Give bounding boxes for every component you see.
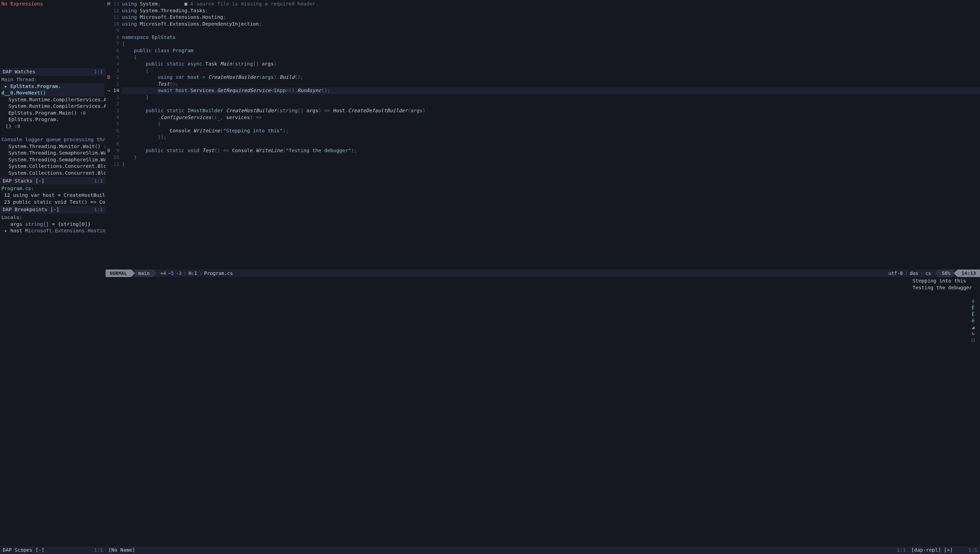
- separator-icon: [131, 270, 135, 277]
- dap-watches-pane[interactable]: No Expressions: [0, 0, 106, 68]
- code-line[interactable]: using System.Threading.Tasks;: [122, 8, 980, 14]
- stack-frame[interactable]: EplStats.Program.Main() :0: [2, 110, 104, 117]
- dap-scopes-pane[interactable]: Locals: args string[] = {string[0]} ▸ ho…: [0, 214, 106, 546]
- chevron-icon: ❭: [199, 270, 202, 277]
- scope-variable[interactable]: ▸ host Microsoft.Extensions.Hosting.Int: [2, 228, 104, 235]
- code-line[interactable]: using Microsoft.Extensions.DependencyInj…: [122, 21, 980, 28]
- fileformat: dos: [910, 270, 918, 277]
- sign: B: [106, 147, 112, 154]
- dap-stacks-titlebar: DAP Stacks [-] 1:1: [0, 177, 106, 185]
- line-number: 13: [112, 1, 119, 8]
- git-branch-segment: main: [135, 270, 153, 277]
- dap-stacks-title: DAP Stacks [-]: [3, 178, 44, 185]
- breakpoint-item[interactable]: 23 public static void Test() => Console: [2, 199, 104, 206]
- separator-icon: [153, 270, 157, 277]
- stack-frame[interactable]: System.Collections.Concurrent.BlockingC: [2, 170, 104, 177]
- code-line[interactable]: {: [122, 67, 980, 74]
- sign: [106, 141, 112, 148]
- code-line[interactable]: [122, 101, 980, 107]
- bottom-right-splits: ♀ Ë Ë ë ◢ ↻ ▢ Stepping into thisTesting …: [106, 277, 980, 546]
- noname-title: [No Name]: [108, 547, 135, 554]
- line-number: 11: [112, 161, 119, 168]
- code-line[interactable]: }: [122, 161, 980, 168]
- dap-breakpoints-pane[interactable]: Program.cs:12 using var host = CreateHos…: [0, 185, 106, 206]
- line-number: 9: [112, 147, 119, 154]
- dap-stacks-pane[interactable]: Main Thread: ▸ EplStats.Program.d__0.Mov…: [0, 76, 106, 177]
- breakpoint-file[interactable]: Program.cs:: [2, 185, 104, 192]
- empty-buffer[interactable]: ♀ Ë Ë ë ◢ ↻ ▢: [106, 277, 908, 546]
- code-line[interactable]: }: [122, 94, 980, 101]
- stack-frame[interactable]: System.Runtime.CompilerServices.AsyncMe: [2, 97, 104, 103]
- right-column: H B → B 13121110987654321141234567891011…: [106, 0, 980, 554]
- line-number: 8: [112, 141, 119, 148]
- sign: [106, 114, 112, 121]
- sign-column: H B → B: [106, 1, 112, 270]
- code-line[interactable]: });: [122, 134, 980, 141]
- sign: [106, 48, 112, 54]
- stack-frame[interactable]: System.Threading.SemaphoreSlim.WaitUnti: [2, 150, 104, 156]
- code-line[interactable]: using var host = CreateHostBuilder(args)…: [122, 74, 980, 81]
- repl-title: [dap-repl] [+]: [911, 547, 953, 554]
- line-number: 11: [112, 14, 119, 21]
- sign: [106, 8, 112, 14]
- cursor-position: 14:13: [958, 270, 980, 277]
- code-line[interactable]: public static async Task Main(string[] a…: [122, 61, 980, 67]
- noname-titlebar: [No Name] 1:1: [106, 546, 908, 554]
- dap-watches-titlebar: DAP Watches 1:1: [0, 68, 106, 76]
- code-line[interactable]: public static IHostBuilder CreateHostBui…: [122, 107, 980, 114]
- code-editor[interactable]: H B → B 13121110987654321141234567891011…: [106, 0, 980, 270]
- scope-variable[interactable]: args string[] = {string[0]}: [2, 221, 104, 228]
- code-line[interactable]: using Microsoft.Extensions.Hosting;: [122, 14, 980, 21]
- stack-frame[interactable]: System.Threading.Monitor.Wait() :0: [2, 143, 104, 150]
- code-line[interactable]: public class Program: [122, 48, 980, 54]
- root: No Expressions DAP Watches 1:1 Main Thre…: [0, 0, 980, 554]
- stack-frame[interactable]: System.Runtime.CompilerServices.AsyncTa: [2, 103, 104, 110]
- repl-output-line: Testing the debugger: [910, 284, 978, 291]
- code-line[interactable]: [122, 27, 980, 34]
- code-content[interactable]: using System; ■ A source file is missing…: [122, 1, 980, 270]
- code-line[interactable]: Test();: [122, 81, 980, 88]
- sign: [106, 134, 112, 141]
- stack-frame[interactable]: System.Collections.Concurrent.BlockingC: [2, 163, 104, 170]
- line-number: 6: [112, 128, 119, 134]
- dap-watches-pos: 1:1: [94, 69, 103, 75]
- line-number: 5: [112, 54, 119, 61]
- sign: [106, 21, 112, 28]
- git-diff-segment: +4 ~5 -3 ❭ H:1 ❭ Program.cs: [157, 270, 236, 277]
- diff-added: +4: [160, 270, 166, 277]
- thread-header[interactable]: Console logger queue processing thread:: [2, 136, 104, 143]
- code-line[interactable]: {: [122, 54, 980, 61]
- line-number: 7: [112, 134, 119, 141]
- sign: [106, 107, 112, 114]
- line-number: 4: [112, 114, 119, 121]
- dap-stacks-pos: 1:1: [94, 178, 103, 185]
- code-line[interactable]: }: [122, 154, 980, 161]
- repl-pos: 1:1: [969, 547, 977, 554]
- code-line[interactable]: .ConfigureServices((_, services) =>: [122, 114, 980, 121]
- sign: B: [106, 74, 112, 81]
- code-line[interactable]: await host.Services.GetRequiredService<I…: [122, 87, 980, 94]
- scope-header[interactable]: Locals:: [2, 214, 104, 221]
- code-line[interactable]: namespace EplStats: [122, 34, 980, 41]
- sign: [106, 27, 112, 34]
- thread-header[interactable]: Main Thread:: [2, 77, 104, 83]
- line-number: 4: [112, 61, 119, 67]
- sign: [106, 101, 112, 107]
- chevron-icon: ❬: [920, 270, 923, 277]
- chevron-icon: ❬: [905, 270, 908, 277]
- separator-icon: [935, 270, 939, 277]
- stack-frame[interactable]: ▸ EplStats.Program.d__0.MoveNext(): [2, 83, 104, 97]
- code-line[interactable]: {: [122, 121, 980, 128]
- stack-frame[interactable]: System.Threading.SemaphoreSlim.Wait() :: [2, 156, 104, 163]
- code-line[interactable]: Console.WriteLine("Stepping into this");: [122, 128, 980, 134]
- dap-breakpoints-pos: 1:1: [94, 206, 103, 213]
- code-line[interactable]: {: [122, 41, 980, 48]
- stack-frame[interactable]: EplStats.Program.() :0: [2, 117, 104, 129]
- code-line[interactable]: public static void Test() => Console.Wri…: [122, 147, 980, 154]
- breakpoint-item[interactable]: 12 using var host = CreateHostBuilder(a: [2, 192, 104, 199]
- sign: [106, 128, 112, 134]
- filetype: cs: [926, 270, 931, 277]
- dap-scopes-titlebar: DAP Scopes [-] 1:1: [0, 546, 106, 554]
- code-line[interactable]: [122, 141, 980, 148]
- code-line[interactable]: using System; ■ A source file is missing…: [122, 1, 980, 8]
